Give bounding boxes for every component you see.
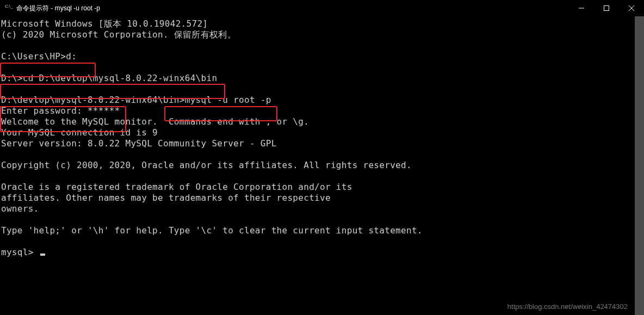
vertical-scrollbar[interactable] xyxy=(635,16,644,315)
minimize-button[interactable] xyxy=(569,0,594,16)
terminal-line: D:\devlop\mysql-8.0.22-winx64\bin>mysql … xyxy=(1,95,271,105)
svg-rect-1 xyxy=(604,6,609,11)
titlebar-controls xyxy=(569,0,644,16)
terminal-prompt: mysql> xyxy=(1,247,39,257)
terminal-line: Oracle is a registered trademark of Orac… xyxy=(1,182,352,192)
titlebar-left: 命令提示符 - mysql -u root -p xyxy=(4,4,100,13)
close-button[interactable] xyxy=(619,0,644,16)
cmd-icon xyxy=(4,4,13,13)
terminal-line: Microsoft Windows [版本 10.0.19042.572] xyxy=(1,18,208,29)
terminal-line: affiliates. Other names may be trademark… xyxy=(1,193,331,203)
terminal-line: (c) 2020 Microsoft Corporation. 保留所有权利。 xyxy=(1,29,236,40)
cursor-icon xyxy=(40,254,45,256)
terminal-area: Microsoft Windows [版本 10.0.19042.572] (c… xyxy=(0,16,644,315)
scrollbar-thumb[interactable] xyxy=(635,16,644,315)
terminal-line: Your MySQL connection id is 9 xyxy=(1,127,158,138)
window-titlebar: 命令提示符 - mysql -u root -p xyxy=(0,0,644,16)
maximize-button[interactable] xyxy=(594,0,619,16)
terminal-line: D:\>cd D:\devlop\mysql-8.0.22-winx64\bin xyxy=(1,73,217,83)
terminal-line: Welcome to the MySQL monitor. Commands e… xyxy=(1,116,309,127)
terminal-line: Server version: 8.0.22 MySQL Community S… xyxy=(1,138,277,149)
terminal-output[interactable]: Microsoft Windows [版本 10.0.19042.572] (c… xyxy=(0,16,644,315)
terminal-line: Type 'help;' or '\h' for help. Type '\c'… xyxy=(1,225,423,236)
terminal-line: Copyright (c) 2000, 2020, Oracle and/or … xyxy=(1,160,412,170)
terminal-line: owners. xyxy=(1,203,39,214)
terminal-line: Enter password: ****** xyxy=(1,106,120,116)
terminal-line: C:\Users\HP>d: xyxy=(1,51,77,61)
window-title: 命令提示符 - mysql -u root -p xyxy=(16,4,100,13)
